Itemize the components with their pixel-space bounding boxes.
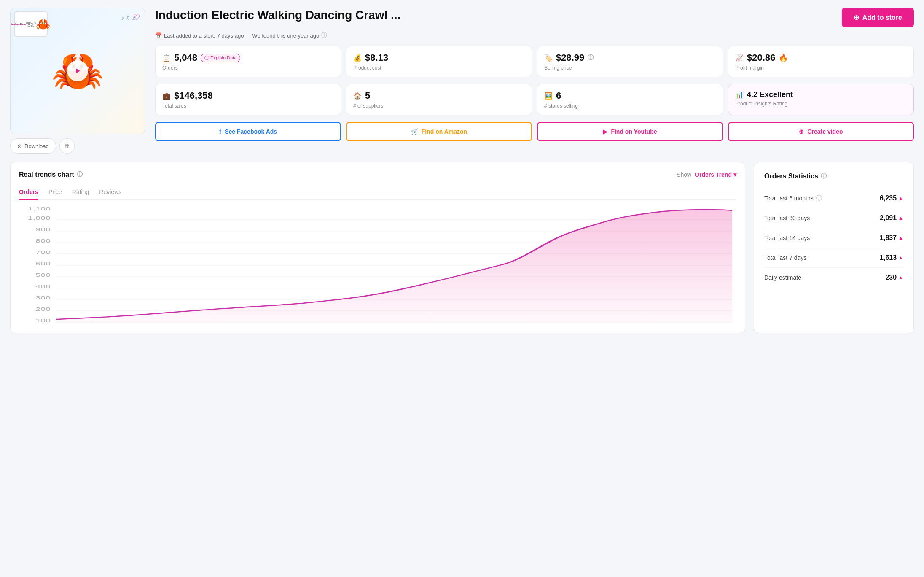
chevron-down-icon: ▾ [733, 171, 736, 178]
cost-label: Product cost [353, 65, 525, 71]
meta-added: 📅 Last added to a store 7 days ago [155, 32, 244, 39]
svg-text:100: 100 [35, 318, 51, 324]
trend-label: Orders Trend [695, 171, 732, 178]
stores-label: # stores selling [544, 103, 716, 109]
trend-up-icon-daily: ▲ [898, 275, 903, 280]
explain-data-button[interactable]: ⓘ Explain Data [201, 54, 240, 62]
orders-statistics-panel: Orders Statistics ⓘ Total last 6 months … [754, 162, 914, 333]
explain-label: Explain Data [210, 55, 236, 60]
product-title: Induction Electric Walking Dancing Crawl… [155, 8, 400, 23]
stats-grid-row1: 📋 5,048 ⓘ Explain Data Orders 💰 $8.13 [155, 46, 914, 77]
download-icon: ⊙ [17, 143, 22, 149]
cost-icon: 💰 [353, 54, 362, 62]
rating-label: Product Insights Rating [735, 101, 907, 107]
tab-price[interactable]: Price [48, 185, 62, 200]
amazon-icon: 🛒 [411, 128, 418, 135]
suppliers-label: # of suppliers [353, 103, 525, 109]
info-icon-chart[interactable]: ⓘ [77, 171, 83, 178]
svg-text:400: 400 [35, 284, 51, 289]
svg-text:1,000: 1,000 [28, 216, 51, 221]
chart-title: Real trends chart ⓘ [19, 171, 83, 178]
facebook-label: See Facebook Ads [225, 128, 277, 135]
trend-up-icon-7days: ▲ [898, 255, 903, 261]
video-icon: ⊕ [799, 128, 804, 135]
chart-show-control: Show Orders Trend ▾ [677, 171, 736, 178]
add-to-store-button[interactable]: ⊕ Add to store [842, 8, 914, 27]
fire-icon: 🔥 [779, 53, 788, 62]
stores-icon: 🖼️ [544, 92, 553, 100]
orders-trend-button[interactable]: Orders Trend ▾ [695, 171, 736, 178]
rating-icon: 📊 [735, 91, 744, 99]
show-label: Show [677, 171, 691, 178]
svg-text:1,100: 1,100 [28, 206, 51, 212]
svg-text:800: 800 [35, 238, 51, 244]
svg-text:700: 700 [35, 250, 51, 255]
price-label: Selling price [544, 65, 716, 71]
meta-found: We found this one year ago ⓘ [252, 32, 327, 39]
sales-value: $146,358 [174, 90, 213, 101]
stat-orders: 📋 5,048 ⓘ Explain Data Orders [155, 46, 341, 77]
stat-suppliers: 🏠 5 # of suppliers [346, 84, 532, 115]
find-amazon-button[interactable]: 🛒 Find on Amazon [346, 122, 532, 141]
trend-up-icon-30days: ▲ [898, 215, 903, 221]
tab-rating[interactable]: Rating [72, 185, 89, 200]
heart-icon[interactable]: ♡ [133, 12, 140, 22]
stat-row-30days: Total last 30 days 2,091 ▲ [764, 208, 903, 228]
orders-icon: 📋 [162, 54, 171, 62]
stat-row-14days: Total last 14 days 1,837 ▲ [764, 228, 903, 248]
find-youtube-button[interactable]: ▶ Find on Youtube [537, 122, 723, 141]
trend-up-icon-6months: ▲ [898, 195, 903, 201]
stat-total-sales: 💼 $146,358 Total sales [155, 84, 341, 115]
rating-value: 4.2 Excellent [747, 90, 793, 99]
suppliers-value: 5 [365, 90, 370, 101]
info-icon-explain: ⓘ [204, 55, 209, 61]
product-image-area: induction Electric Crab 🦀 ♪ ♫ ♬ ♡ 🦀 ⊙ Do… [10, 8, 145, 154]
calendar-icon: 📅 [155, 32, 162, 39]
sales-label: Total sales [162, 103, 334, 109]
delete-button[interactable]: 🗑 [59, 138, 75, 154]
info-icon-price[interactable]: ⓘ [588, 54, 594, 62]
stores-value: 6 [556, 90, 561, 101]
facebook-icon: f [219, 128, 221, 135]
youtube-icon: ▶ [603, 128, 607, 135]
info-icon-meta[interactable]: ⓘ [321, 32, 327, 39]
bottom-section: Real trends chart ⓘ Show Orders Trend ▾ … [10, 162, 914, 333]
svg-text:300: 300 [35, 295, 51, 301]
profit-label: Profit margin [735, 65, 907, 71]
orders-value: 5,048 [174, 52, 197, 63]
price-value: $28.99 [556, 52, 584, 63]
trash-icon: 🗑 [64, 143, 70, 149]
suppliers-icon: 🏠 [353, 92, 362, 100]
product-meta: 📅 Last added to a store 7 days ago We fo… [155, 32, 914, 39]
stat-rating: 📊 4.2 Excellent Product Insights Rating [728, 84, 914, 115]
svg-text:900: 900 [35, 227, 51, 232]
orders-chart: 100 200 300 400 500 600 700 800 900 1,00… [19, 206, 736, 324]
info-icon-6months[interactable]: ⓘ [816, 194, 822, 202]
chart-container: 100 200 300 400 500 600 700 800 900 1,00… [19, 206, 736, 324]
svg-text:600: 600 [35, 261, 51, 267]
chart-tabs: Orders Price Rating Reviews [19, 185, 736, 200]
play-button[interactable] [67, 60, 88, 81]
info-icon-stats[interactable]: ⓘ [821, 173, 827, 180]
add-to-store-label: Add to store [862, 14, 902, 22]
facebook-ads-button[interactable]: f See Facebook Ads [155, 122, 341, 141]
chart-area: Real trends chart ⓘ Show Orders Trend ▾ … [10, 162, 745, 333]
sales-icon: 💼 [162, 92, 171, 100]
profit-icon: 📈 [735, 54, 744, 62]
stat-row-7days: Total last 7 days 1,613 ▲ [764, 248, 903, 268]
stats-grid-row2: 💼 $146,358 Total sales 🏠 5 # of supplier… [155, 84, 914, 115]
trend-up-icon-14days: ▲ [898, 235, 903, 241]
product-thumbnail: induction Electric Crab 🦀 [14, 11, 48, 37]
orders-label: Orders [162, 65, 334, 71]
svg-text:500: 500 [35, 272, 51, 278]
product-image-box: induction Electric Crab 🦀 ♪ ♫ ♬ ♡ 🦀 [10, 8, 145, 134]
download-button[interactable]: ⊙ Download [10, 138, 56, 154]
cost-value: $8.13 [365, 52, 388, 63]
amazon-label: Find on Amazon [422, 128, 467, 135]
tab-orders[interactable]: Orders [19, 185, 38, 200]
tab-reviews[interactable]: Reviews [99, 185, 121, 200]
download-label: Download [24, 143, 49, 149]
video-label: Create video [807, 128, 843, 135]
create-video-button[interactable]: ⊕ Create video [728, 122, 914, 141]
plus-icon: ⊕ [854, 13, 859, 22]
